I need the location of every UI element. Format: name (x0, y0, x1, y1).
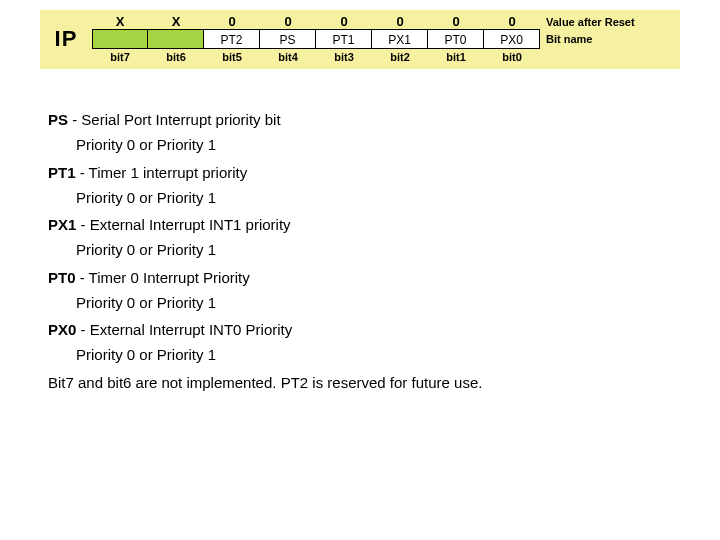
reset-value-bit6: X (148, 14, 204, 29)
bit-index-2: bit2 (372, 49, 428, 63)
definition-sub: Priority 0 or Priority 1 (76, 346, 700, 363)
definition-abbr: PX1 (48, 216, 76, 233)
definition-abbr: PS (48, 111, 68, 128)
bit-index-1: bit1 (428, 49, 484, 63)
reset-value-bit5: 0 (204, 14, 260, 29)
reset-value-bit1: 0 (428, 14, 484, 29)
separator: - (76, 269, 89, 286)
bit-index-4: bit4 (260, 49, 316, 63)
definition-pt1: PT1 - Timer 1 interrupt priority Priorit… (48, 164, 700, 207)
bit-name-label: Bit name (540, 33, 680, 45)
definition-px1: PX1 - External Interrupt INT1 priority P… (48, 216, 700, 259)
separator: - (76, 216, 89, 233)
definitions-list: PS - Serial Port Interrupt priority bit … (48, 111, 700, 391)
definition-px0: PX0 - External Interrupt INT0 Priority P… (48, 321, 700, 364)
register-diagram: IP X X 0 0 0 0 0 0 Value after Reset PT2… (40, 10, 680, 69)
definition-desc: Serial Port Interrupt priority bit (81, 111, 280, 128)
separator: - (76, 321, 89, 338)
definition-abbr: PT0 (48, 269, 76, 286)
reset-value-bit2: 0 (372, 14, 428, 29)
definition-abbr: PT1 (48, 164, 76, 181)
definition-desc: Timer 0 Interrupt Priority (89, 269, 250, 286)
definition-desc: External Interrupt INT1 priority (90, 216, 291, 233)
register-label: IP (40, 26, 92, 52)
bit-name-bit4: PS (259, 29, 316, 49)
reset-value-bit7: X (92, 14, 148, 29)
definition-sub: Priority 0 or Priority 1 (76, 136, 700, 153)
separator: - (68, 111, 81, 128)
bit-name-bit5: PT2 (203, 29, 260, 49)
bit-index-7: bit7 (92, 49, 148, 63)
bit-index-3: bit3 (316, 49, 372, 63)
value-after-reset-label: Value after Reset (540, 16, 680, 28)
bit-index-0: bit0 (484, 49, 540, 63)
definition-desc: Timer 1 interrupt priority (89, 164, 248, 181)
bit-index-6: bit6 (148, 49, 204, 63)
definition-abbr: PX0 (48, 321, 76, 338)
bit-name-bit2: PX1 (371, 29, 428, 49)
definition-desc: External Interrupt INT0 Priority (90, 321, 293, 338)
bit-name-bit0: PX0 (483, 29, 540, 49)
reset-value-bit3: 0 (316, 14, 372, 29)
bit-index-5: bit5 (204, 49, 260, 63)
bit-name-bit6 (147, 29, 204, 49)
bit-name-bit7 (92, 29, 148, 49)
reset-value-bit4: 0 (260, 14, 316, 29)
separator: - (76, 164, 89, 181)
definition-sub: Priority 0 or Priority 1 (76, 294, 700, 311)
footnote: Bit7 and bit6 are not implemented. PT2 i… (48, 374, 700, 391)
reset-value-bit0: 0 (484, 14, 540, 29)
bit-name-bit3: PT1 (315, 29, 372, 49)
definition-sub: Priority 0 or Priority 1 (76, 189, 700, 206)
definition-sub: Priority 0 or Priority 1 (76, 241, 700, 258)
bit-name-bit1: PT0 (427, 29, 484, 49)
definition-ps: PS - Serial Port Interrupt priority bit … (48, 111, 700, 154)
definition-pt0: PT0 - Timer 0 Interrupt Priority Priorit… (48, 269, 700, 312)
